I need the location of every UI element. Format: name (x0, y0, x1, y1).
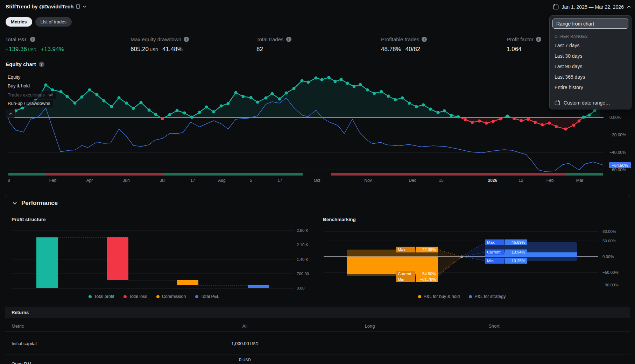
metric-profit-factor: Profit factori 1.064 (507, 36, 541, 53)
returns-section-header: Returns (5, 307, 630, 318)
chevron-down-icon (13, 202, 17, 205)
legend-label: Commission (162, 294, 186, 299)
performance-header[interactable]: Performance (13, 200, 58, 207)
legend-toggle-buy-hold[interactable]: Buy & hold (5, 83, 33, 90)
currency-suffix: USD (150, 48, 158, 52)
menu-item-last-30-days[interactable]: Last 30 days (550, 51, 631, 61)
legend-dot (89, 295, 92, 298)
column-header-long: Long (335, 323, 405, 329)
legend-dot (469, 295, 472, 298)
metric-total-trades: Total tradesi 82 (256, 36, 291, 53)
menu-item-range-from-chart[interactable]: Range from chart (552, 19, 628, 29)
legend-item-total-p-l[interactable]: Total P&L (195, 294, 220, 299)
chevron-down-icon (83, 5, 86, 8)
metric-value: 82 (256, 46, 263, 53)
metric-label: Total P&L (5, 36, 28, 42)
calendar-icon (555, 100, 560, 106)
info-icon[interactable]: i (30, 37, 35, 42)
benchmarking-legend: P&L for buy & holdP&L for strategy (324, 294, 600, 299)
svg-text:−54.50%: −54.50% (612, 163, 628, 167)
metric-profitable-trades: Profitable tradesi 48.78%40/82 (381, 36, 427, 53)
info-icon[interactable]: i (422, 37, 427, 42)
svg-text:Jul: Jul (160, 178, 165, 183)
performance-title: Performance (21, 200, 58, 207)
svg-text:Feb: Feb (546, 178, 554, 183)
svg-text:0.00%: 0.00% (609, 115, 621, 120)
legend-item-p-l-for-strategy[interactable]: P&L for strategy (469, 294, 506, 299)
metric-value: 1.064 (507, 46, 522, 53)
svg-text:Nov: Nov (364, 178, 372, 183)
svg-text:15: 15 (439, 178, 444, 183)
legend-toggle-label: Trades excursions (8, 92, 45, 98)
svg-text:Mar: Mar (576, 178, 584, 183)
strategy-title-row[interactable]: StiffTrend by @DaviddTech (6, 3, 86, 9)
legend-item-commission[interactable]: Commission (156, 294, 186, 299)
column-header-short: Short (459, 323, 529, 329)
legend-toggle-label: Run-up / Drawdowns (8, 101, 50, 106)
legend-label: P&L for strategy (474, 294, 506, 299)
view-tabs: Metrics List of trades (6, 17, 72, 27)
profit-structure-legend: Total profitTotal lossCommissionTotal P&… (14, 294, 294, 299)
metric-label: Profitable trades (381, 36, 419, 42)
menu-items: Last 7 daysLast 30 daysLast 90 daysLast … (550, 40, 631, 93)
menu-item-label: Custom date range… (564, 100, 610, 106)
svg-text:Jun: Jun (123, 178, 129, 183)
legend-dot (195, 295, 198, 298)
legend-toggle-run-up-drawdowns[interactable]: Run-up / Drawdowns (5, 100, 53, 107)
tab-list-of-trades[interactable]: List of trades (35, 17, 72, 27)
legend-dot (156, 295, 160, 298)
menu-item-custom-date-range[interactable]: Custom date range… (550, 97, 631, 107)
legend-item-p-l-for-buy-hold[interactable]: P&L for buy & hold (418, 294, 460, 299)
svg-text:2026: 2026 (488, 178, 498, 183)
svg-text:8: 8 (8, 178, 10, 183)
date-range-button[interactable]: Jan 1, 2025 — Mar 22, 2026 (553, 4, 631, 10)
legend-toggle-trades-excursions[interactable]: Trades excursions (5, 91, 56, 99)
legend-label: P&L for buy & hold (424, 294, 460, 299)
menu-item-last-90-days[interactable]: Last 90 days (550, 61, 631, 72)
svg-text:17: 17 (190, 178, 195, 183)
legend-toggle-label: Equity (8, 74, 20, 80)
tab-metrics[interactable]: Metrics (6, 17, 32, 27)
help-icon[interactable]: ? (39, 62, 44, 67)
currency-suffix: USD (242, 358, 251, 362)
equity-chart-title: Equity chart (6, 61, 36, 67)
column-header-all: All (210, 323, 280, 329)
metric-value: +139.36 (5, 46, 27, 52)
svg-text:12: 12 (518, 178, 523, 183)
date-range-menu: Range from chart OTHER RANGES Last 7 day… (549, 15, 632, 109)
legend-toggle-equity[interactable]: Equity (5, 74, 23, 81)
metric-value: 48.78% (381, 46, 401, 53)
calendar-icon (553, 4, 559, 10)
menu-item-last-7-days[interactable]: Last 7 days (550, 40, 631, 51)
menu-divider (550, 31, 631, 31)
value-number: 0 (239, 357, 241, 362)
date-range-label: Jan 1, 2025 — Mar 22, 2026 (562, 4, 624, 10)
metric-value: 605.20 (130, 46, 149, 52)
info-icon[interactable]: i (286, 37, 291, 42)
row-label-open-pnl: Open P&L (12, 361, 33, 364)
menu-item-entire-history[interactable]: Entire history (550, 82, 631, 93)
row-value-initial-capital: 1,000.00USD (210, 341, 280, 346)
equity-chart-header: Equity chart ? (6, 61, 44, 67)
menu-item-last-365-days[interactable]: Last 365 days (550, 72, 631, 82)
metric-extra: 40/82 (405, 46, 421, 53)
legend-item-total-profit[interactable]: Total profit (89, 294, 114, 299)
menu-divider (550, 95, 631, 95)
collapse-chart-button[interactable] (6, 110, 15, 118)
svg-text:Aug: Aug (218, 178, 225, 183)
eye-off-icon (48, 92, 54, 98)
svg-text:Apr: Apr (86, 178, 93, 183)
legend-label: Total P&L (201, 294, 220, 299)
legend-label: Total loss (129, 294, 147, 299)
column-header-metric: Metric (12, 323, 24, 329)
metric-label: Max equity drawdown (130, 36, 181, 42)
currency-suffix: USD (28, 48, 36, 52)
legend-label: Total profit (94, 294, 114, 299)
info-icon[interactable]: i (536, 37, 541, 42)
metric-extra: 41.48% (162, 46, 183, 53)
legend-item-total-loss[interactable]: Total loss (124, 294, 147, 299)
chevron-up-icon (627, 6, 631, 8)
returns-title: Returns (12, 310, 29, 315)
info-icon[interactable]: i (184, 37, 189, 42)
metric-extra: +13.94% (41, 46, 64, 53)
